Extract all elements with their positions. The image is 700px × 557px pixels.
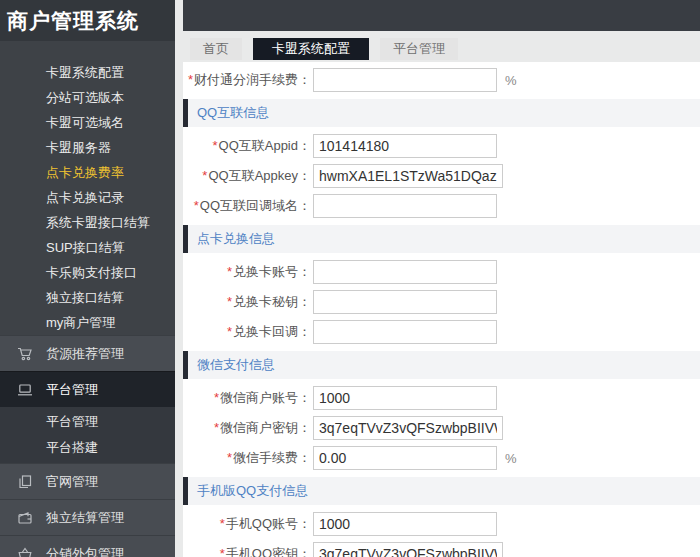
required-asterisk: * bbox=[227, 450, 232, 465]
exchange-card-callback-input[interactable] bbox=[313, 320, 497, 344]
sidebar-item-system-kameng-api-settlement[interactable]: 系统卡盟接口结算 bbox=[0, 210, 175, 235]
tenpay-fee-row: *财付通分润手续费： % bbox=[183, 65, 700, 95]
wechat-merchant-key-row: *微信商户密钥： bbox=[183, 413, 700, 443]
section-header-qq-connect: QQ互联信息 bbox=[183, 99, 700, 127]
sidebar-section-independent-settlement[interactable]: 独立结算管理 bbox=[0, 499, 175, 535]
field-label: *QQ互联回调域名： bbox=[183, 197, 311, 215]
mobile-qq-key-input[interactable] bbox=[313, 542, 503, 557]
field-label: *QQ互联Appid： bbox=[183, 137, 311, 155]
sidebar-section-label: 分销外包管理 bbox=[46, 545, 124, 557]
sidebar-item-card-exchange-rate[interactable]: 点卡兑换费率 bbox=[0, 160, 175, 185]
required-asterisk: * bbox=[227, 264, 232, 279]
laptop-icon bbox=[17, 382, 33, 398]
field-label: *兑换卡秘钥： bbox=[183, 293, 311, 311]
field-label: *兑换卡账号： bbox=[183, 263, 311, 281]
sidebar: 商户管理系统 卡盟系统配置 分站可选版本 卡盟可选域名 卡盟服务器 点卡兑换费率… bbox=[0, 0, 175, 557]
qq-appkey-row: *QQ互联Appkey： bbox=[183, 161, 700, 191]
sidebar-item-sup-api-settlement[interactable]: SUP接口结算 bbox=[0, 235, 175, 260]
percent-suffix: % bbox=[505, 73, 517, 88]
pages-icon bbox=[17, 474, 33, 490]
qq-appid-row: *QQ互联Appid： bbox=[183, 131, 700, 161]
sidebar-section-website-management[interactable]: 官网管理 bbox=[0, 463, 175, 499]
sidebar-item-my-merchant-management[interactable]: my商户管理 bbox=[0, 310, 175, 335]
exchange-card-account-input[interactable] bbox=[313, 260, 497, 284]
required-asterisk: * bbox=[220, 516, 225, 531]
required-asterisk: * bbox=[227, 294, 232, 309]
top-header-bar bbox=[183, 0, 700, 31]
sidebar-section-label: 平台管理 bbox=[46, 381, 98, 399]
exchange-card-secret-input[interactable] bbox=[313, 290, 497, 314]
tenpay-fee-input[interactable] bbox=[313, 68, 497, 92]
sidebar-section-label: 独立结算管理 bbox=[46, 509, 124, 527]
wechat-merchant-account-input[interactable] bbox=[313, 386, 497, 410]
sidebar-item-substation-versions[interactable]: 分站可选版本 bbox=[0, 85, 175, 110]
sidebar-section-label: 官网管理 bbox=[46, 473, 98, 491]
field-label: *微信手续费： bbox=[183, 449, 311, 467]
required-asterisk: * bbox=[214, 420, 219, 435]
config-form-panel: *财付通分润手续费： % QQ互联信息 *QQ互联Appid： *QQ互联App… bbox=[183, 62, 700, 557]
qq-callback-domain-input[interactable] bbox=[313, 194, 497, 218]
exchange-card-account-row: *兑换卡账号： bbox=[183, 257, 700, 287]
wechat-fee-input[interactable] bbox=[313, 446, 497, 470]
field-label: *QQ互联Appkey： bbox=[183, 167, 311, 185]
required-asterisk: * bbox=[214, 390, 219, 405]
required-asterisk: * bbox=[220, 546, 225, 557]
sidebar-item-independent-api-settlement[interactable]: 独立接口结算 bbox=[0, 285, 175, 310]
wechat-merchant-key-input[interactable] bbox=[313, 416, 503, 440]
platform-submenu: 平台管理 平台搭建 bbox=[0, 407, 175, 463]
field-label: *财付通分润手续费： bbox=[183, 71, 311, 89]
exchange-card-callback-row: *兑换卡回调： bbox=[183, 317, 700, 347]
wechat-fee-row: *微信手续费： % bbox=[183, 443, 700, 473]
percent-suffix: % bbox=[505, 451, 517, 466]
required-asterisk: * bbox=[212, 138, 217, 153]
sidebar-section-distribution-outsourcing[interactable]: 分销外包管理 bbox=[0, 535, 175, 557]
exchange-card-secret-row: *兑换卡秘钥： bbox=[183, 287, 700, 317]
cart-icon bbox=[17, 346, 33, 362]
mobile-qq-account-row: *手机QQ账号： bbox=[183, 509, 700, 539]
required-asterisk: * bbox=[188, 72, 193, 87]
tab-platform-management[interactable]: 平台管理 bbox=[380, 38, 458, 60]
required-asterisk: * bbox=[227, 324, 232, 339]
sidebar-item-kameng-system-config[interactable]: 卡盟系统配置 bbox=[0, 60, 175, 85]
tab-home[interactable]: 首页 bbox=[190, 38, 242, 60]
basket-icon bbox=[17, 546, 33, 557]
sidebar-item-platform-management-sub[interactable]: 平台管理 bbox=[0, 409, 175, 435]
wechat-merchant-account-row: *微信商户账号： bbox=[183, 383, 700, 413]
field-label: *手机QQ账号： bbox=[183, 515, 311, 533]
qq-appid-input[interactable] bbox=[313, 134, 497, 158]
field-label: *兑换卡回调： bbox=[183, 323, 311, 341]
sidebar-item-kameng-domains[interactable]: 卡盟可选域名 bbox=[0, 110, 175, 135]
sidebar-item-kameng-servers[interactable]: 卡盟服务器 bbox=[0, 135, 175, 160]
field-label: *微信商户账号： bbox=[183, 389, 311, 407]
tab-kameng-system-config[interactable]: 卡盟系统配置 bbox=[253, 38, 369, 60]
wallet-icon bbox=[17, 510, 33, 526]
field-label: *手机QQ密钥： bbox=[183, 545, 311, 557]
sidebar-menu: 卡盟系统配置 分站可选版本 卡盟可选域名 卡盟服务器 点卡兑换费率 点卡兑换记录… bbox=[0, 41, 175, 335]
section-header-card-exchange: 点卡兑换信息 bbox=[183, 225, 700, 253]
qq-appkey-input[interactable] bbox=[313, 164, 503, 188]
sidebar-item-platform-setup[interactable]: 平台搭建 bbox=[0, 435, 175, 461]
mobile-qq-key-row: *手机QQ密钥： bbox=[183, 539, 700, 557]
section-header-mobile-qq-pay: 手机版QQ支付信息 bbox=[183, 477, 700, 505]
required-asterisk: * bbox=[194, 198, 199, 213]
section-header-wechat-pay: 微信支付信息 bbox=[183, 351, 700, 379]
sidebar-section-platform-management[interactable]: 平台管理 bbox=[0, 371, 175, 407]
qq-callback-domain-row: *QQ互联回调域名： bbox=[183, 191, 700, 221]
tab-bar: 首页 卡盟系统配置 平台管理 bbox=[190, 38, 458, 60]
field-label: *微信商户密钥： bbox=[183, 419, 311, 437]
sidebar-section-label: 货源推荐管理 bbox=[46, 345, 124, 363]
required-asterisk: * bbox=[202, 168, 207, 183]
sidebar-section-supply-recommend[interactable]: 货源推荐管理 bbox=[0, 335, 175, 371]
app-title: 商户管理系统 bbox=[0, 0, 175, 41]
mobile-qq-account-input[interactable] bbox=[313, 512, 497, 536]
sidebar-item-card-exchange-records[interactable]: 点卡兑换记录 bbox=[0, 185, 175, 210]
sidebar-item-kalegou-payment-api[interactable]: 卡乐购支付接口 bbox=[0, 260, 175, 285]
